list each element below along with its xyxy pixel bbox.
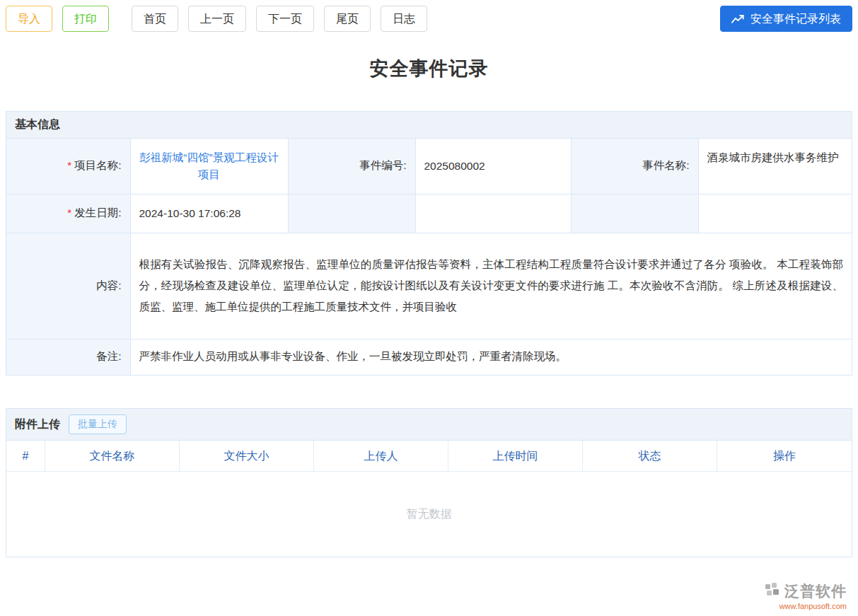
content-label-cell: 内容: bbox=[6, 233, 130, 339]
fanpu-logo-icon bbox=[765, 582, 780, 600]
required-asterisk: * bbox=[67, 207, 71, 219]
column-header-status: 状态 bbox=[583, 441, 717, 471]
event-no-cell: 2025080002 bbox=[415, 139, 571, 194]
prev-page-button[interactable]: 上一页 bbox=[188, 6, 246, 32]
column-header-uploader: 上传人 bbox=[314, 441, 448, 471]
empty-value-cell bbox=[415, 194, 571, 233]
project-name-link[interactable]: 彭祖新城“四馆”景观工程设计项目 bbox=[139, 149, 279, 183]
import-button[interactable]: 导入 bbox=[6, 6, 52, 32]
remark-label: 备注: bbox=[96, 350, 121, 362]
project-name-label: 项目名称: bbox=[74, 159, 121, 171]
brand-name: 泛普软件 bbox=[784, 581, 847, 601]
attachments-header: 附件上传 批量上传 bbox=[6, 409, 852, 441]
table-row: *发生日期: 2024-10-30 17:06:28 bbox=[6, 194, 852, 233]
project-name-cell: 彭祖新城“四馆”景观工程设计项目 bbox=[130, 139, 288, 194]
column-header-actions: 操作 bbox=[717, 441, 852, 471]
log-button[interactable]: 日志 bbox=[381, 6, 427, 32]
record-list-button[interactable]: 安全事件记录列表 bbox=[720, 6, 852, 32]
attachments-panel: 附件上传 批量上传 # 文件名称 文件大小 上传人 上传时间 状态 操作 暂无数… bbox=[6, 408, 852, 557]
attachments-title: 附件上传 bbox=[15, 417, 60, 432]
next-page-button[interactable]: 下一页 bbox=[256, 6, 314, 32]
last-page-button[interactable]: 尾页 bbox=[324, 6, 371, 32]
empty-label-cell bbox=[288, 194, 415, 233]
column-header-filesize: 文件大小 bbox=[180, 441, 314, 471]
date-value-cell: 2024-10-30 17:06:28 bbox=[130, 194, 288, 233]
event-no-label: 事件编号: bbox=[359, 159, 406, 171]
empty-state-text: 暂无数据 bbox=[6, 472, 852, 557]
event-name-cell: 酒泉城市房建供水事务维护 bbox=[698, 139, 852, 194]
event-name-label-cell: 事件名称: bbox=[571, 139, 698, 194]
brand-website: www.fanpusoft.com bbox=[765, 602, 847, 610]
column-header-uploadtime: 上传时间 bbox=[448, 441, 583, 471]
column-header-filename: 文件名称 bbox=[45, 441, 180, 471]
basic-info-panel: 基本信息 *项目名称: 彭祖新城“四馆”景观工程设计项目 事件编号: 20250… bbox=[6, 111, 852, 376]
event-name-label: 事件名称: bbox=[642, 159, 689, 171]
safety-event-record-page: 导入 打印 首页 上一页 下一页 尾页 日志 安全事件记录列表 安全事件记录 基… bbox=[0, 0, 858, 616]
page-title: 安全事件记录 bbox=[6, 56, 852, 81]
remark-value-cell: 严禁非作业人员动用或从事非专业设备、作业，一旦被发现立即处罚，严重者清除现场。 bbox=[130, 339, 852, 375]
vendor-watermark: 泛普软件 www.fanpusoft.com bbox=[765, 581, 847, 610]
empty-label-cell bbox=[571, 194, 698, 233]
batch-upload-button[interactable]: 批量上传 bbox=[69, 414, 127, 434]
empty-value-cell bbox=[698, 194, 852, 233]
table-row: *项目名称: 彭祖新城“四馆”景观工程设计项目 事件编号: 2025080002… bbox=[6, 139, 852, 194]
trend-line-icon bbox=[731, 14, 745, 24]
content-value-cell: 根据有关试验报告、沉降观察报告、监理单位的质量评估报告等资料，主体工程结构工程质… bbox=[130, 233, 852, 339]
toolbar: 导入 打印 首页 上一页 下一页 尾页 日志 安全事件记录列表 bbox=[6, 6, 852, 32]
attachments-table-header: # 文件名称 文件大小 上传人 上传时间 状态 操作 bbox=[6, 441, 852, 472]
project-name-label-cell: *项目名称: bbox=[6, 139, 130, 194]
first-page-button[interactable]: 首页 bbox=[132, 6, 178, 32]
content-label: 内容: bbox=[96, 279, 121, 291]
record-list-button-label: 安全事件记录列表 bbox=[750, 6, 841, 31]
required-asterisk: * bbox=[67, 159, 71, 171]
column-header-index: # bbox=[6, 441, 45, 471]
date-label: 发生日期: bbox=[74, 207, 121, 219]
basic-info-table: *项目名称: 彭祖新城“四馆”景观工程设计项目 事件编号: 2025080002… bbox=[6, 139, 852, 375]
table-row: 备注: 严禁非作业人员动用或从事非专业设备、作业，一旦被发现立即处罚，严重者清除… bbox=[6, 339, 852, 375]
date-label-cell: *发生日期: bbox=[6, 194, 130, 233]
print-button[interactable]: 打印 bbox=[62, 6, 109, 32]
basic-info-header: 基本信息 bbox=[6, 112, 852, 139]
table-row: 内容: 根据有关试验报告、沉降观察报告、监理单位的质量评估报告等资料，主体工程结… bbox=[6, 233, 852, 339]
remark-label-cell: 备注: bbox=[6, 339, 130, 375]
event-no-label-cell: 事件编号: bbox=[288, 139, 415, 194]
basic-info-title: 基本信息 bbox=[15, 117, 60, 132]
